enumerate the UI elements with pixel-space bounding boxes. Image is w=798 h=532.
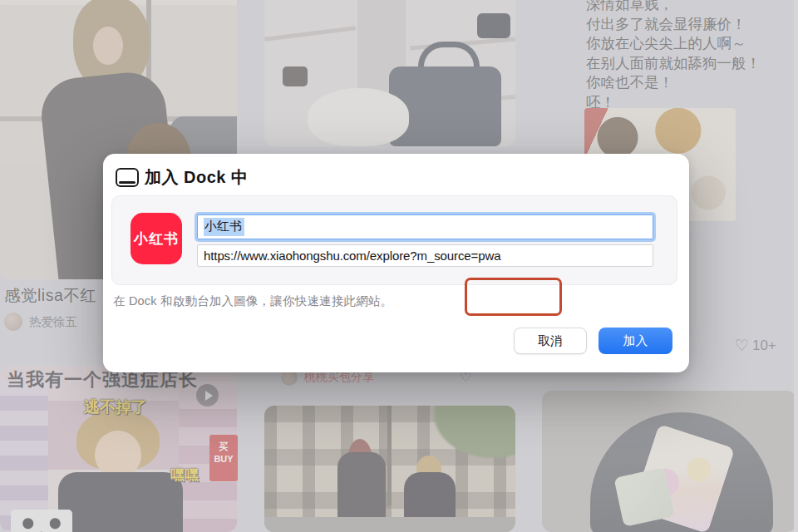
add-button[interactable]: 加入 — [598, 328, 672, 354]
dialog-title: 加入 Dock 中 — [145, 166, 249, 189]
xiaohongshu-app-icon: 小红书 — [131, 213, 182, 264]
url-input[interactable]: https://www.xiaohongshu.com/explore?m_so… — [197, 244, 653, 267]
red-annotation-box — [465, 278, 562, 316]
name-input[interactable]: 小红书 — [197, 214, 653, 239]
add-to-dock-dialog: 加入 Dock 中 小红书 小红书 https://www.xiaohongsh… — [103, 154, 689, 372]
dialog-form-panel: 小红书 小红书 https://www.xiaohongshu.com/expl… — [111, 195, 677, 285]
dock-icon — [116, 168, 139, 187]
cancel-button[interactable]: 取消 — [514, 328, 587, 354]
dialog-description: 在 Dock 和啟動台加入圖像，讓你快速連接此網站。 — [113, 293, 392, 309]
selected-name-text: 小红书 — [204, 218, 244, 236]
